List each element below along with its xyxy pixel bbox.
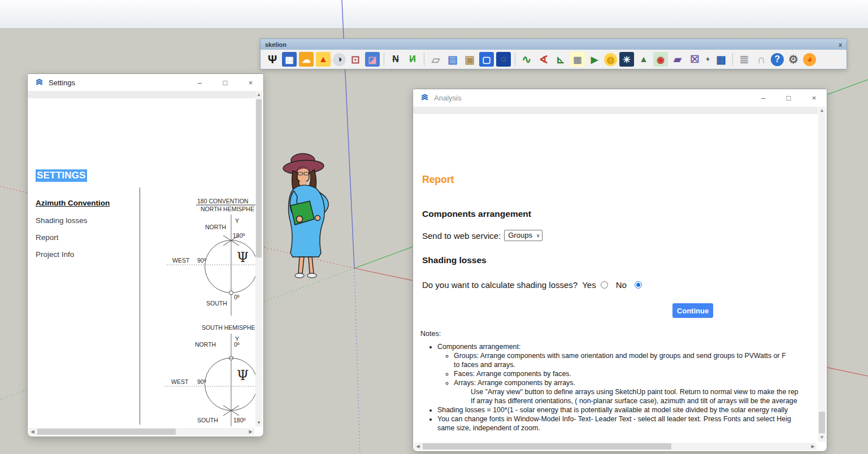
map-location-icon[interactable]: ◉ — [653, 52, 668, 67]
skelion-toolbar-titlebar[interactable]: skelion x — [261, 39, 847, 50]
sketchup-logo-icon — [34, 78, 44, 88]
report-document-icon[interactable]: ▤ — [445, 52, 460, 67]
scroll-up-icon[interactable]: ▲ — [255, 93, 262, 97]
settings-window: Settings – □ × SETTINGS Azimuth Conventi… — [27, 73, 264, 437]
import-arrow-icon[interactable]: ▶ — [587, 52, 602, 67]
settings-vertical-scrollbar[interactable]: ▲ ▼ — [255, 91, 262, 427]
svg-text:Ψ: Ψ — [237, 250, 249, 265]
svg-text:NORTH HEMISPHE: NORTH HEMISPHE — [201, 206, 254, 212]
note-shading-formula: Shading losses = 100*(1 - solar energy t… — [437, 405, 827, 414]
toolbar-separator — [732, 53, 733, 66]
scrollbar-thumb[interactable] — [256, 99, 262, 257]
svg-text:SOUTH: SOUTH — [206, 300, 227, 307]
analysis-titlebar[interactable]: Analysis – □ × — [413, 89, 827, 107]
eu-pvgis-icon[interactable]: ◌ — [496, 52, 511, 67]
skelion-toolbar: skelion x Ψ ▦ ☁ ▲ ◑ ⊡ ◪ N И ▱ ▤ ▣ ▢ ◌ ∿ … — [260, 38, 847, 69]
dimension-tool-icon[interactable]: ⊡ — [348, 52, 363, 67]
scroll-left-icon[interactable]: ◀ — [29, 429, 36, 434]
svg-text:Y: Y — [235, 217, 239, 224]
scroll-down-icon[interactable]: ▼ — [255, 421, 262, 425]
selection-frame-icon[interactable]: ▢ — [479, 52, 494, 67]
send-to-web-service-row: Send to web service: Groups ∨ — [422, 230, 542, 241]
chevron-down-icon: ∨ — [536, 233, 540, 238]
toolbar-separator — [424, 53, 424, 66]
nav-report[interactable]: Report — [36, 233, 59, 242]
svg-text:Ψ: Ψ — [237, 368, 249, 383]
export-folder-icon[interactable]: ▣ — [462, 52, 477, 67]
note-fonts: You can change fonts in Window-Model Inf… — [437, 414, 827, 433]
nav-shading-losses[interactable]: Shading losses — [36, 216, 88, 225]
settings-horizontal-scrollbar[interactable]: ◀ ▶ — [29, 428, 254, 435]
psi-tool-icon[interactable]: Ψ — [265, 52, 280, 67]
components-arrangement-heading: Components arrangement — [422, 209, 531, 219]
scroll-left-icon[interactable]: ◀ — [414, 444, 422, 449]
arch-structure-icon[interactable]: ∩ — [754, 52, 769, 67]
array-remove-icon[interactable]: ☒ — [687, 52, 702, 67]
settings-gear-icon[interactable]: ⚙ — [786, 52, 801, 67]
no-label: No — [616, 280, 627, 290]
scroll-up-icon[interactable]: ▲ — [818, 108, 826, 113]
plus-more-icon[interactable]: + — [704, 52, 711, 67]
analysis-horizontal-scrollbar[interactable]: ◀ ▶ — [414, 443, 817, 450]
horizon-profile-icon[interactable]: ▲ — [636, 52, 651, 67]
continue-button[interactable]: Continue — [672, 303, 713, 318]
weather-shading-icon[interactable]: ☁ — [299, 52, 314, 67]
scroll-down-icon[interactable]: ▼ — [818, 435, 826, 440]
send-to-web-service-label: Send to web service: — [422, 231, 501, 241]
web-service-selected-value: Groups — [508, 231, 532, 239]
yes-label: Yes — [582, 280, 596, 290]
moon-shading-icon[interactable]: ◑ — [333, 53, 346, 66]
maximize-button[interactable]: □ — [212, 74, 238, 91]
slope-tool-icon[interactable]: ∿ — [519, 52, 534, 67]
toolbar-close-icon[interactable]: x — [839, 41, 842, 48]
hide-names-icon[interactable]: N — [388, 52, 403, 67]
toolbar-icon-row: Ψ ▦ ☁ ▲ ◑ ⊡ ◪ N И ▱ ▤ ▣ ▢ ◌ ∿ ∢ ⊾ ▦ ▶ ◍ … — [261, 50, 847, 69]
svg-text:SOUTH: SOUTH — [197, 417, 218, 424]
irradiation-map-icon[interactable]: ▲ — [316, 52, 331, 67]
insert-component-icon[interactable]: ▦ — [282, 52, 297, 67]
sun-position-icon[interactable]: ☀ — [619, 52, 634, 67]
sun-globe-icon[interactable]: ◍ — [604, 53, 617, 66]
help-icon[interactable]: ? — [771, 53, 784, 66]
pv-system-icon[interactable]: ▦ — [714, 52, 728, 67]
settings-heading: SETTINGS — [36, 169, 87, 182]
close-button[interactable]: × — [801, 90, 827, 107]
skelion-logo-icon[interactable]: ◕ — [803, 53, 816, 66]
maximize-button[interactable]: □ — [776, 90, 801, 107]
svg-text:NORTH: NORTH — [205, 224, 226, 230]
eraser-tool-icon[interactable]: ◪ — [365, 52, 380, 67]
tilt-compass-icon[interactable]: ∢ — [536, 52, 551, 67]
nav-project-info[interactable]: Project Info — [36, 250, 74, 259]
scroll-right-icon[interactable]: ▶ — [247, 429, 254, 434]
close-button[interactable]: × — [238, 74, 263, 91]
array-view-icon[interactable]: ▰ — [670, 52, 685, 67]
svg-text:NORTH: NORTH — [195, 341, 216, 348]
settings-titlebar[interactable]: Settings – □ × — [28, 74, 263, 91]
toolbar-separator — [384, 53, 384, 66]
content-top-strip — [28, 91, 255, 98]
no-radio[interactable] — [635, 281, 642, 289]
content-top-strip — [413, 107, 818, 114]
nav-azimuth-convention[interactable]: Azimuth Convention — [36, 199, 110, 207]
database-icon[interactable]: ≣ — [737, 52, 752, 67]
analysis-vertical-scrollbar[interactable]: ▲ ▼ — [818, 107, 826, 442]
yes-radio[interactable] — [601, 281, 608, 289]
scrollbar-thumb[interactable] — [423, 443, 671, 449]
svg-text:WEST: WEST — [171, 378, 189, 385]
notes-title: Notes: — [420, 330, 441, 338]
shading-losses-heading: Shading losses — [422, 255, 487, 265]
utm-coordinates-icon[interactable]: ⊾ — [553, 52, 568, 67]
scroll-right-icon[interactable]: ▶ — [809, 444, 817, 449]
note-array-view: Use "Array view" button to define arrays… — [471, 387, 827, 396]
web-service-select[interactable]: Groups ∨ — [504, 230, 542, 241]
svg-text:90º: 90º — [197, 378, 206, 385]
show-names-icon[interactable]: И — [405, 52, 420, 67]
minimize-button[interactable]: – — [187, 74, 212, 91]
map-grid-icon[interactable]: ▦ — [570, 52, 585, 67]
minimize-button[interactable]: – — [750, 90, 776, 107]
plane-tool-icon[interactable]: ▱ — [428, 52, 443, 67]
report-heading: Report — [422, 174, 454, 186]
nav-divider — [140, 187, 140, 425]
scrollbar-thumb[interactable] — [819, 412, 825, 433]
scrollbar-thumb[interactable] — [37, 429, 176, 435]
